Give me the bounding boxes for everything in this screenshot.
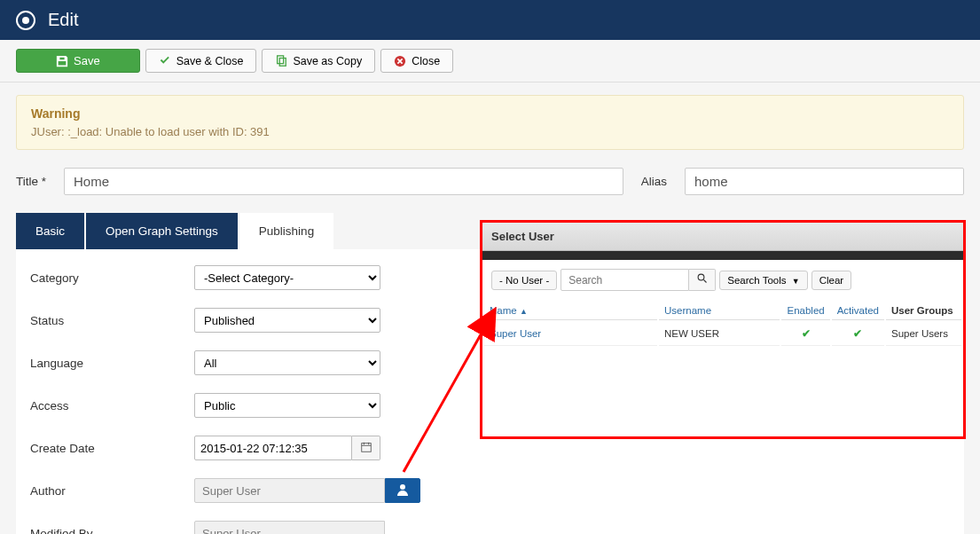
tab-publishing[interactable]: Publishing xyxy=(239,213,333,249)
save-icon xyxy=(56,55,68,67)
user-search-input[interactable] xyxy=(561,269,689,291)
save-button[interactable]: Save xyxy=(16,49,140,73)
author-input xyxy=(194,478,385,503)
save-close-button[interactable]: Save & Close xyxy=(145,49,257,73)
calendar-icon xyxy=(360,441,372,456)
modal-divider xyxy=(482,251,963,260)
modified-by-input xyxy=(194,521,385,534)
col-name[interactable]: Name ▲ xyxy=(484,302,657,320)
close-icon xyxy=(394,55,406,67)
title-row: Title * Alias xyxy=(0,162,980,200)
modal-title: Select User xyxy=(482,223,963,251)
tab-basic[interactable]: Basic xyxy=(16,213,84,249)
col-user-groups: User Groups xyxy=(886,302,961,320)
check-icon xyxy=(159,55,171,67)
user-search-button[interactable] xyxy=(689,269,716,291)
col-enabled[interactable]: Enabled xyxy=(781,302,829,320)
target-icon xyxy=(16,11,35,30)
clear-button[interactable]: Clear xyxy=(811,271,851,290)
category-select[interactable]: -Select Category- xyxy=(194,265,380,290)
save-copy-label: Save as Copy xyxy=(293,55,362,67)
category-label: Category xyxy=(30,271,194,285)
activated-check-icon: ✔ xyxy=(853,328,862,339)
modal-toolbar: - No User - Search Tools ▼ Clear xyxy=(482,260,963,300)
access-select[interactable]: Public xyxy=(194,393,380,418)
caret-down-icon: ▼ xyxy=(792,277,800,286)
close-label: Close xyxy=(412,55,440,67)
user-table: Name ▲ Username Enabled Activated User G… xyxy=(482,300,963,348)
save-copy-button[interactable]: Save as Copy xyxy=(262,49,375,73)
status-select[interactable]: Published xyxy=(194,308,380,333)
col-username[interactable]: Username xyxy=(659,302,780,320)
col-activated[interactable]: Activated xyxy=(832,302,884,320)
sort-asc-icon: ▲ xyxy=(520,307,528,316)
calendar-button[interactable] xyxy=(352,436,380,460)
select-user-modal: Select User - No User - Search Tools ▼ C… xyxy=(480,220,966,439)
select-author-button[interactable] xyxy=(385,478,420,503)
language-label: Language xyxy=(30,357,194,370)
svg-rect-0 xyxy=(278,55,284,63)
page-title: Edit xyxy=(48,10,78,30)
svg-rect-1 xyxy=(280,58,286,66)
alias-label: Alias xyxy=(641,175,667,188)
create-date-input[interactable] xyxy=(194,436,352,460)
create-date-label: Create Date xyxy=(30,442,194,455)
user-groups: Super Users xyxy=(886,322,961,346)
enabled-check-icon: ✔ xyxy=(802,328,811,339)
warning-alert: Warning JUser: :_load: Unable to load us… xyxy=(16,95,964,150)
svg-rect-3 xyxy=(361,443,371,452)
tab-open-graph[interactable]: Open Graph Settings xyxy=(86,213,238,249)
svg-point-5 xyxy=(698,274,704,280)
save-close-label: Save & Close xyxy=(176,55,244,67)
page-header: Edit xyxy=(0,0,980,40)
svg-point-4 xyxy=(400,484,405,490)
author-label: Author xyxy=(30,484,194,498)
search-icon xyxy=(697,273,708,287)
save-label: Save xyxy=(74,54,100,67)
user-username: NEW USER xyxy=(659,322,780,346)
action-toolbar: Save Save & Close Save as Copy Close xyxy=(0,40,980,82)
table-row: Super User NEW USER ✔ ✔ Super Users xyxy=(484,322,961,346)
access-label: Access xyxy=(30,399,194,412)
language-select[interactable]: All xyxy=(194,350,380,375)
no-user-button[interactable]: - No User - xyxy=(491,271,557,290)
alert-title: Warning xyxy=(31,106,949,121)
title-label: Title * xyxy=(16,175,46,188)
modified-by-label: Modified By xyxy=(30,527,194,535)
close-button[interactable]: Close xyxy=(380,49,453,73)
search-tools-button[interactable]: Search Tools ▼ xyxy=(719,271,807,290)
status-label: Status xyxy=(30,314,194,327)
title-input[interactable] xyxy=(64,168,623,195)
alias-input[interactable] xyxy=(685,168,964,195)
copy-icon xyxy=(275,55,287,67)
user-icon xyxy=(396,483,410,499)
modal-spacer xyxy=(482,348,963,436)
alert-text: JUser: :_load: Unable to load user with … xyxy=(31,125,949,138)
user-link-super-user[interactable]: Super User xyxy=(484,322,657,346)
